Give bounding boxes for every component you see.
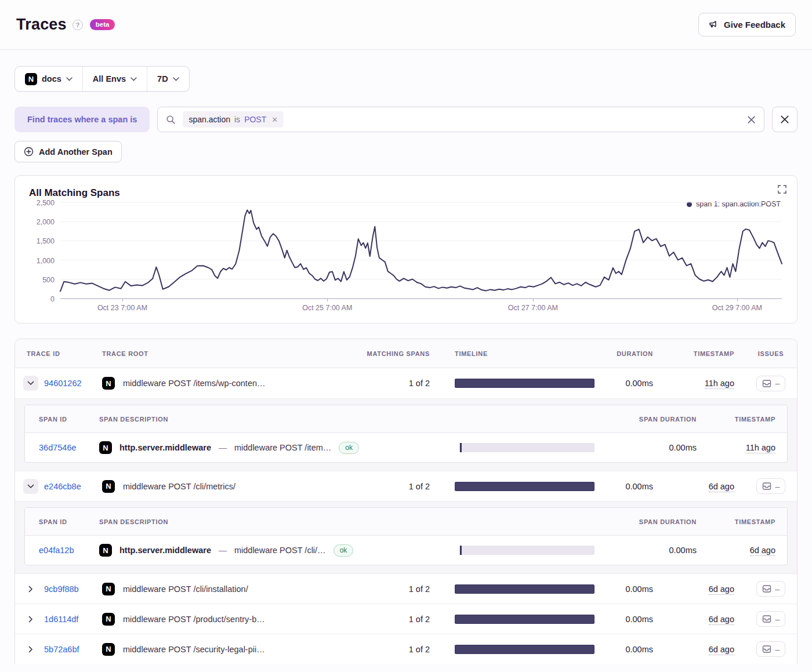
trace-root-cell: Nmiddleware POST /cli/metrics/ [102, 480, 356, 493]
table-row[interactable]: 9cb9f88bNmiddleware POST /cli/installati… [15, 573, 797, 604]
issues-cell: – [745, 611, 797, 627]
matching-spans-count: 1 of 2 [356, 482, 440, 491]
trace-id-cell: 9cb9f88b [15, 582, 102, 597]
span-row[interactable]: 36d7546eNhttp.server.middleware—middlewa… [25, 433, 787, 462]
nextjs-icon: N [102, 643, 115, 656]
trace-id-link[interactable]: e246cb8e [44, 482, 81, 491]
trace-root-cell: Nmiddleware POST /cli/installation/ [102, 583, 356, 595]
spans-line-chart [60, 202, 782, 299]
chevron-down-icon[interactable] [23, 479, 38, 494]
span-timeline-cell [445, 546, 603, 555]
give-feedback-button[interactable]: Give Feedback [698, 13, 796, 37]
token-remove-icon[interactable]: ✕ [271, 115, 278, 124]
project-selector[interactable]: N docs [15, 67, 82, 91]
timeline-bar [455, 379, 594, 388]
token-key: span.action [188, 115, 230, 124]
trace-root-label: middleware POST /cli/installation/ [123, 584, 248, 594]
inbox-icon [762, 482, 771, 491]
span-id-link[interactable]: 36d7546e [39, 443, 77, 452]
x-axis-tick [122, 299, 123, 302]
issues-button[interactable]: – [756, 581, 786, 597]
trace-root-label: middleware POST /items/wp-conten… [123, 379, 266, 388]
table-row[interactable]: 1d6114dfNmiddleware POST /product/sentry… [15, 604, 797, 634]
col-span-id: Span ID [25, 518, 99, 525]
x-axis-tick [327, 299, 328, 302]
trace-id-link[interactable]: 5b72a6bf [44, 645, 79, 654]
chart-x-axis: Oct 23 7:00 AMOct 25 7:00 AMOct 27 7:00 … [60, 299, 782, 316]
chevron-right-icon[interactable] [23, 642, 38, 657]
span-timestamp-value[interactable]: 6d ago [750, 546, 775, 556]
help-icon[interactable]: ? [72, 20, 83, 30]
timeline-track [459, 443, 594, 452]
trace-id-cell: e246cb8e [15, 479, 102, 494]
timestamp-cell: 6d ago [664, 482, 745, 491]
issues-cell: – [745, 478, 797, 494]
span-duration-value: 0.00ms [603, 443, 707, 452]
timestamp-cell: 6d ago [664, 645, 745, 654]
issues-cell: – [745, 641, 797, 657]
timestamp-value[interactable]: 6d ago [709, 645, 734, 655]
inbox-icon [762, 379, 771, 388]
duration-value: 0.00ms [603, 482, 664, 491]
y-axis-tick-label: 2,000 [37, 218, 55, 226]
timeline-cell [440, 482, 603, 491]
y-axis-tick-label: 1,500 [37, 237, 55, 245]
duration-value: 0.00ms [603, 615, 664, 624]
span-timestamp-value[interactable]: 11h ago [746, 443, 775, 453]
fullscreen-icon[interactable] [778, 185, 786, 194]
chevron-down-icon[interactable] [23, 376, 38, 391]
trace-id-link[interactable]: 1d6114df [44, 615, 78, 624]
col-span-duration: Span Duration [603, 518, 707, 525]
add-another-span-button[interactable]: Add Another Span [14, 141, 122, 162]
table-row[interactable]: 5b72a6bfNmiddleware POST /security-legal… [15, 634, 797, 664]
issues-button[interactable]: – [756, 641, 786, 657]
traces-table: Trace ID Trace Root Matching Spans Timel… [14, 339, 798, 664]
trace-id-link[interactable]: 94601262 [44, 379, 82, 388]
remove-span-filter-button[interactable] [772, 107, 798, 132]
y-axis-tick-label: 1,000 [37, 257, 55, 265]
megaphone-icon [709, 20, 719, 30]
nextjs-icon: N [102, 613, 115, 626]
expanded-spans-section: Span IDSpan DescriptionSpan DurationTime… [15, 501, 797, 573]
issues-button[interactable]: – [756, 376, 786, 391]
span-row[interactable]: e04fa12bNhttp.server.middleware—middlewa… [25, 536, 787, 565]
table-row[interactable]: 94601262Nmiddleware POST /items/wp-conte… [15, 368, 797, 398]
minus-icon: – [775, 484, 780, 489]
give-feedback-label: Give Feedback [724, 20, 785, 30]
x-axis-tick-label: Oct 23 7:00 AM [97, 304, 147, 312]
trace-root-label: middleware POST /security-legal-pii… [123, 645, 265, 654]
issues-button[interactable]: – [756, 611, 786, 627]
col-span-duration: Span Duration [603, 416, 707, 423]
spans-sub-table-header: Span IDSpan DescriptionSpan DurationTime… [25, 405, 787, 433]
chevron-right-icon[interactable] [23, 582, 38, 597]
search-clear-icon[interactable] [747, 115, 756, 124]
matching-spans-count: 1 of 2 [356, 615, 440, 624]
spans-sub-table-header: Span IDSpan DescriptionSpan DurationTime… [25, 508, 787, 536]
status-pill: ok [339, 442, 359, 454]
x-axis-tick-label: Oct 29 7:00 AM [712, 304, 762, 312]
col-trace-id: Trace ID [15, 350, 102, 357]
span-description-label: middleware POST /item… [234, 443, 331, 452]
page-title: Traces [16, 16, 67, 34]
table-row[interactable]: e246cb8eNmiddleware POST /cli/metrics/1 … [15, 471, 797, 501]
dash-separator: — [219, 443, 227, 452]
timestamp-value[interactable]: 11h ago [705, 379, 734, 389]
span-search-input[interactable]: span.action is POST ✕ [157, 107, 764, 132]
date-range-selector[interactable]: 7D [147, 67, 189, 91]
expanded-spans-section: Span IDSpan DescriptionSpan DurationTime… [15, 398, 797, 471]
trace-id-link[interactable]: 9cb9f88b [44, 584, 79, 594]
timeline-bar [455, 615, 594, 624]
issues-button[interactable]: – [756, 478, 786, 494]
timeline-cell [440, 584, 603, 594]
timestamp-value[interactable]: 6d ago [709, 482, 734, 492]
timestamp-value[interactable]: 6d ago [709, 615, 734, 625]
minus-icon: – [775, 380, 780, 386]
search-token[interactable]: span.action is POST ✕ [183, 111, 284, 128]
duration-value: 0.00ms [603, 379, 664, 388]
environment-selector[interactable]: All Envs [82, 67, 147, 91]
timestamp-value[interactable]: 6d ago [709, 584, 734, 595]
chevron-right-icon[interactable] [23, 612, 38, 627]
chart-title: All Matching Spans [29, 187, 782, 199]
span-id-link[interactable]: e04fa12b [39, 546, 74, 555]
trace-id-cell: 94601262 [15, 376, 102, 391]
